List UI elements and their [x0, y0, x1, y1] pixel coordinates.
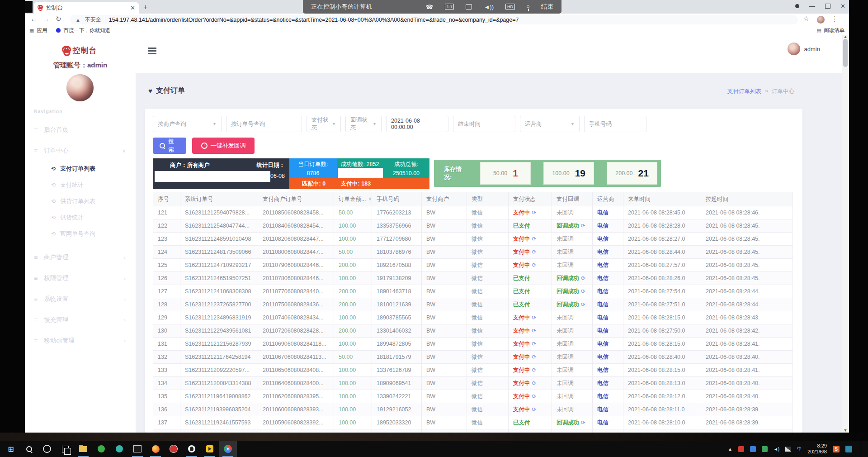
sidebar-subitem-供货统计[interactable]: ⟲供货统计	[25, 211, 136, 224]
speaker-icon[interactable]: ◄))	[484, 4, 494, 10]
filter-input-5[interactable]: 结束时间	[453, 116, 515, 132]
refresh-icon[interactable]: ⟳	[532, 209, 537, 216]
end-session-button[interactable]: 结束	[541, 3, 553, 11]
music-app-icon[interactable]	[165, 441, 183, 457]
menu-toggle-button[interactable]	[148, 47, 158, 55]
refresh-icon[interactable]: ⟳	[532, 262, 537, 268]
refresh-icon[interactable]: ⟳	[532, 380, 537, 386]
merchant-order-no: 201106506080828408...	[258, 364, 334, 376]
address-bar[interactable]: ▲! 不安全 154.197.48.141/admin/order/listOr…	[70, 15, 798, 24]
fullscreen-icon[interactable]	[466, 4, 472, 10]
brand[interactable]: 控制台	[25, 45, 136, 56]
task-view-icon[interactable]	[56, 441, 74, 457]
green-app-icon[interactable]	[92, 441, 110, 457]
start-button[interactable]: ⊞	[2, 441, 20, 457]
baidu-bookmark[interactable]: 百度一下，你就知道	[63, 27, 110, 34]
refresh-icon[interactable]: ⟳	[532, 328, 537, 334]
show-desktop-button[interactable]	[861, 441, 863, 457]
url-text[interactable]: 154.197.48.141/admin/order/listOrder?ord…	[109, 17, 519, 23]
ratio-1-1-icon[interactable]: 1:1	[445, 4, 454, 10]
back-icon[interactable]: ←	[30, 15, 37, 23]
refresh-icon[interactable]: ⟳	[581, 301, 585, 308]
scroll-down-icon[interactable]: ▼	[843, 428, 848, 433]
refresh-icon[interactable]: ⟳	[532, 406, 537, 413]
breadcrumb-link[interactable]: 支付订单列表	[727, 88, 761, 95]
refresh-icon[interactable]: ⟳	[532, 236, 537, 242]
sidebar-subitem-官网单号查询[interactable]: ⟲官网单号查询	[25, 227, 136, 241]
pin-icon[interactable]	[527, 5, 529, 8]
cmd-icon[interactable]	[128, 441, 146, 457]
maximize-button[interactable]	[825, 4, 830, 9]
hd-icon[interactable]: HD	[505, 4, 515, 10]
browser-tab[interactable]: 控制台 ✕	[34, 2, 139, 14]
chrome-icon[interactable]	[219, 441, 237, 457]
potplayer-icon[interactable]	[201, 441, 219, 457]
page-scrollbar[interactable]: ▲ ▼	[842, 35, 849, 433]
merchant-filter-input[interactable]	[155, 171, 270, 182]
filter-input-7[interactable]: 手机号码	[584, 116, 646, 132]
forward-icon[interactable]: →	[43, 15, 50, 23]
filter-select-2[interactable]: 支付状态▼	[307, 116, 341, 132]
search-button[interactable]: 搜索	[153, 138, 186, 154]
user-chip[interactable]: admin	[788, 43, 820, 55]
refresh-icon[interactable]: ⟳	[581, 288, 585, 295]
teal-app-icon[interactable]	[110, 441, 128, 457]
bookmark-star-icon[interactable]: ☆	[803, 15, 809, 22]
sidebar-item-慢充管理[interactable]: ≡慢充管理›	[25, 312, 136, 328]
sidebar-subitem-供货订单列表[interactable]: ⟲供货订单列表	[25, 195, 136, 208]
filter-input-4[interactable]: 2021-06-08 00:00:00	[386, 116, 448, 132]
reading-list-button[interactable]: ▤ 阅读清单	[817, 27, 844, 34]
apps-label[interactable]: 应用	[37, 27, 47, 34]
sidebar-item-后台首页[interactable]: ≡后台首页	[25, 122, 136, 138]
scrollbar-thumb[interactable]	[843, 39, 848, 67]
sidebar-item-移动ck管理[interactable]: ≡移动ck管理›	[25, 333, 136, 348]
resend-callback-button[interactable]: 一键补发回调	[192, 138, 255, 154]
sidebar-item-权限管理[interactable]: ≡权限管理›	[25, 271, 136, 286]
cortana-icon[interactable]	[38, 441, 56, 457]
new-tab-button[interactable]: +	[143, 3, 147, 11]
tab-close-icon[interactable]: ✕	[130, 5, 135, 11]
phone-icon[interactable]: ☎	[426, 4, 433, 10]
profile-avatar[interactable]	[817, 16, 825, 24]
taskbar-clock[interactable]: 8:292021/6/8	[807, 443, 827, 455]
sidebar-item-订单中心[interactable]: ≡订单中心∨	[25, 143, 136, 158]
status-text: 已支付	[513, 275, 530, 282]
sidebar-avatar[interactable]	[66, 74, 94, 101]
filter-select-0[interactable]: 按商户查询▼	[153, 116, 222, 132]
firefox-icon[interactable]	[146, 441, 165, 457]
sogou-ime-icon[interactable]: S	[833, 446, 840, 452]
reload-icon[interactable]: ↻	[56, 15, 61, 23]
carrier: 电信	[593, 338, 623, 350]
refresh-icon[interactable]: ⟳	[532, 249, 537, 255]
sidebar-item-系统设置[interactable]: ≡系统设置›	[25, 291, 136, 307]
filter-select-6[interactable]: 运营商▼	[520, 116, 580, 132]
refresh-icon[interactable]: ⟳	[532, 367, 537, 373]
file-explorer-icon[interactable]	[74, 441, 92, 457]
refresh-icon[interactable]: ⟳	[532, 393, 537, 400]
security-label[interactable]: 不安全	[85, 16, 101, 24]
sidebar-subitem-支付订单列表[interactable]: ⟲支付订单列表	[25, 162, 136, 176]
user-avatar	[788, 43, 800, 55]
row-index: 130	[153, 324, 180, 337]
refresh-icon[interactable]: ⟳	[532, 341, 537, 347]
filter-text: 手机号码	[589, 120, 612, 128]
sidebar-item-商户管理[interactable]: ≡商户管理›	[25, 250, 136, 265]
success-count-input[interactable]	[338, 168, 383, 178]
sidebar-subitem-支付统计[interactable]: ⟲支付统计	[25, 178, 136, 192]
refresh-icon[interactable]: ⟳	[581, 223, 585, 229]
sort-icon[interactable]: ▲▼	[368, 197, 371, 201]
qq-icon[interactable]	[183, 441, 201, 457]
filter-input-1[interactable]: 按订单号查询	[226, 116, 302, 132]
minimize-button[interactable]: —	[809, 3, 815, 10]
search-icon[interactable]	[20, 441, 38, 457]
filter-select-3[interactable]: 回调状态▼	[345, 116, 382, 132]
apps-grid-icon[interactable]: ▦	[29, 28, 34, 33]
refresh-icon[interactable]: ⟳	[532, 314, 537, 321]
refresh-icon[interactable]: ⟳	[532, 354, 537, 360]
notes-app-icon[interactable]	[845, 446, 852, 452]
refresh-icon[interactable]: ⟳	[581, 275, 585, 281]
menu-dots-icon[interactable]: ⋮	[831, 15, 838, 23]
scroll-up-icon[interactable]: ▲	[843, 34, 848, 39]
close-button[interactable]: ✕	[840, 3, 845, 10]
refresh-icon[interactable]: ⟳	[581, 419, 585, 426]
